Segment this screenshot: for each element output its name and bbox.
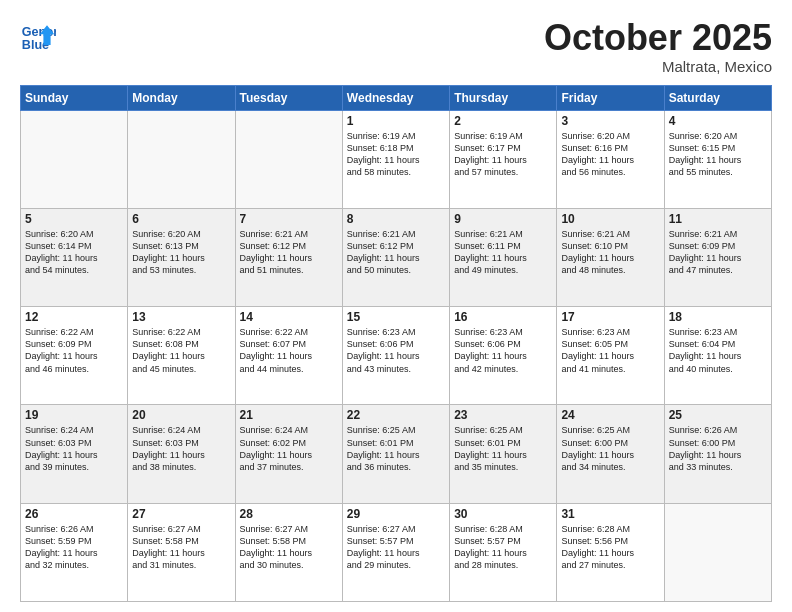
cell-info: Sunrise: 6:19 AM Sunset: 6:18 PM Dayligh… [347, 130, 445, 179]
cell-info: Sunrise: 6:20 AM Sunset: 6:14 PM Dayligh… [25, 228, 123, 277]
calendar-cell: 27Sunrise: 6:27 AM Sunset: 5:58 PM Dayli… [128, 503, 235, 601]
weekday-header: Sunday [21, 85, 128, 110]
cell-info: Sunrise: 6:20 AM Sunset: 6:13 PM Dayligh… [132, 228, 230, 277]
calendar-cell: 24Sunrise: 6:25 AM Sunset: 6:00 PM Dayli… [557, 405, 664, 503]
cell-info: Sunrise: 6:27 AM Sunset: 5:58 PM Dayligh… [132, 523, 230, 572]
cell-info: Sunrise: 6:25 AM Sunset: 6:00 PM Dayligh… [561, 424, 659, 473]
cell-info: Sunrise: 6:21 AM Sunset: 6:12 PM Dayligh… [347, 228, 445, 277]
day-number: 15 [347, 310, 445, 324]
calendar-week-row: 12Sunrise: 6:22 AM Sunset: 6:09 PM Dayli… [21, 307, 772, 405]
day-number: 28 [240, 507, 338, 521]
day-number: 18 [669, 310, 767, 324]
day-number: 1 [347, 114, 445, 128]
cell-info: Sunrise: 6:22 AM Sunset: 6:07 PM Dayligh… [240, 326, 338, 375]
day-number: 6 [132, 212, 230, 226]
cell-info: Sunrise: 6:23 AM Sunset: 6:06 PM Dayligh… [347, 326, 445, 375]
cell-info: Sunrise: 6:28 AM Sunset: 5:57 PM Dayligh… [454, 523, 552, 572]
calendar-cell: 10Sunrise: 6:21 AM Sunset: 6:10 PM Dayli… [557, 208, 664, 306]
day-number: 21 [240, 408, 338, 422]
day-number: 14 [240, 310, 338, 324]
calendar-cell: 26Sunrise: 6:26 AM Sunset: 5:59 PM Dayli… [21, 503, 128, 601]
cell-info: Sunrise: 6:26 AM Sunset: 6:00 PM Dayligh… [669, 424, 767, 473]
calendar-cell: 9Sunrise: 6:21 AM Sunset: 6:11 PM Daylig… [450, 208, 557, 306]
day-number: 29 [347, 507, 445, 521]
cell-info: Sunrise: 6:24 AM Sunset: 6:03 PM Dayligh… [132, 424, 230, 473]
day-number: 7 [240, 212, 338, 226]
cell-info: Sunrise: 6:25 AM Sunset: 6:01 PM Dayligh… [454, 424, 552, 473]
location: Maltrata, Mexico [544, 58, 772, 75]
calendar-cell: 23Sunrise: 6:25 AM Sunset: 6:01 PM Dayli… [450, 405, 557, 503]
calendar-cell: 1Sunrise: 6:19 AM Sunset: 6:18 PM Daylig… [342, 110, 449, 208]
calendar-cell: 21Sunrise: 6:24 AM Sunset: 6:02 PM Dayli… [235, 405, 342, 503]
calendar-cell: 20Sunrise: 6:24 AM Sunset: 6:03 PM Dayli… [128, 405, 235, 503]
header: General Blue October 2025 Maltrata, Mexi… [20, 18, 772, 75]
day-number: 5 [25, 212, 123, 226]
cell-info: Sunrise: 6:21 AM Sunset: 6:10 PM Dayligh… [561, 228, 659, 277]
logo-icon: General Blue [20, 18, 56, 54]
cell-info: Sunrise: 6:25 AM Sunset: 6:01 PM Dayligh… [347, 424, 445, 473]
calendar-cell [664, 503, 771, 601]
day-number: 27 [132, 507, 230, 521]
calendar-cell: 8Sunrise: 6:21 AM Sunset: 6:12 PM Daylig… [342, 208, 449, 306]
calendar-cell: 5Sunrise: 6:20 AM Sunset: 6:14 PM Daylig… [21, 208, 128, 306]
day-number: 12 [25, 310, 123, 324]
day-number: 16 [454, 310, 552, 324]
calendar-cell: 4Sunrise: 6:20 AM Sunset: 6:15 PM Daylig… [664, 110, 771, 208]
weekday-header: Tuesday [235, 85, 342, 110]
weekday-header: Wednesday [342, 85, 449, 110]
calendar-cell: 7Sunrise: 6:21 AM Sunset: 6:12 PM Daylig… [235, 208, 342, 306]
cell-info: Sunrise: 6:24 AM Sunset: 6:03 PM Dayligh… [25, 424, 123, 473]
cell-info: Sunrise: 6:19 AM Sunset: 6:17 PM Dayligh… [454, 130, 552, 179]
day-number: 23 [454, 408, 552, 422]
day-number: 17 [561, 310, 659, 324]
day-number: 31 [561, 507, 659, 521]
calendar-week-row: 1Sunrise: 6:19 AM Sunset: 6:18 PM Daylig… [21, 110, 772, 208]
calendar-week-row: 26Sunrise: 6:26 AM Sunset: 5:59 PM Dayli… [21, 503, 772, 601]
day-number: 19 [25, 408, 123, 422]
calendar-week-row: 5Sunrise: 6:20 AM Sunset: 6:14 PM Daylig… [21, 208, 772, 306]
cell-info: Sunrise: 6:21 AM Sunset: 6:09 PM Dayligh… [669, 228, 767, 277]
calendar-cell: 12Sunrise: 6:22 AM Sunset: 6:09 PM Dayli… [21, 307, 128, 405]
calendar-cell: 11Sunrise: 6:21 AM Sunset: 6:09 PM Dayli… [664, 208, 771, 306]
calendar-cell: 25Sunrise: 6:26 AM Sunset: 6:00 PM Dayli… [664, 405, 771, 503]
cell-info: Sunrise: 6:26 AM Sunset: 5:59 PM Dayligh… [25, 523, 123, 572]
weekday-header-row: SundayMondayTuesdayWednesdayThursdayFrid… [21, 85, 772, 110]
cell-info: Sunrise: 6:22 AM Sunset: 6:09 PM Dayligh… [25, 326, 123, 375]
cell-info: Sunrise: 6:21 AM Sunset: 6:12 PM Dayligh… [240, 228, 338, 277]
day-number: 8 [347, 212, 445, 226]
day-number: 20 [132, 408, 230, 422]
calendar-cell: 16Sunrise: 6:23 AM Sunset: 6:06 PM Dayli… [450, 307, 557, 405]
cell-info: Sunrise: 6:27 AM Sunset: 5:57 PM Dayligh… [347, 523, 445, 572]
cell-info: Sunrise: 6:22 AM Sunset: 6:08 PM Dayligh… [132, 326, 230, 375]
weekday-header: Monday [128, 85, 235, 110]
day-number: 3 [561, 114, 659, 128]
cell-info: Sunrise: 6:24 AM Sunset: 6:02 PM Dayligh… [240, 424, 338, 473]
calendar-cell: 28Sunrise: 6:27 AM Sunset: 5:58 PM Dayli… [235, 503, 342, 601]
calendar-cell: 30Sunrise: 6:28 AM Sunset: 5:57 PM Dayli… [450, 503, 557, 601]
calendar-table: SundayMondayTuesdayWednesdayThursdayFrid… [20, 85, 772, 602]
day-number: 22 [347, 408, 445, 422]
calendar-cell: 15Sunrise: 6:23 AM Sunset: 6:06 PM Dayli… [342, 307, 449, 405]
calendar-cell: 14Sunrise: 6:22 AM Sunset: 6:07 PM Dayli… [235, 307, 342, 405]
day-number: 9 [454, 212, 552, 226]
calendar-cell: 13Sunrise: 6:22 AM Sunset: 6:08 PM Dayli… [128, 307, 235, 405]
cell-info: Sunrise: 6:27 AM Sunset: 5:58 PM Dayligh… [240, 523, 338, 572]
weekday-header: Friday [557, 85, 664, 110]
calendar-cell: 22Sunrise: 6:25 AM Sunset: 6:01 PM Dayli… [342, 405, 449, 503]
page: General Blue October 2025 Maltrata, Mexi… [0, 0, 792, 612]
cell-info: Sunrise: 6:20 AM Sunset: 6:16 PM Dayligh… [561, 130, 659, 179]
day-number: 25 [669, 408, 767, 422]
calendar-cell: 17Sunrise: 6:23 AM Sunset: 6:05 PM Dayli… [557, 307, 664, 405]
calendar-cell: 6Sunrise: 6:20 AM Sunset: 6:13 PM Daylig… [128, 208, 235, 306]
cell-info: Sunrise: 6:23 AM Sunset: 6:06 PM Dayligh… [454, 326, 552, 375]
calendar-week-row: 19Sunrise: 6:24 AM Sunset: 6:03 PM Dayli… [21, 405, 772, 503]
day-number: 4 [669, 114, 767, 128]
weekday-header: Thursday [450, 85, 557, 110]
calendar-cell: 2Sunrise: 6:19 AM Sunset: 6:17 PM Daylig… [450, 110, 557, 208]
logo: General Blue [20, 18, 56, 54]
cell-info: Sunrise: 6:23 AM Sunset: 6:04 PM Dayligh… [669, 326, 767, 375]
day-number: 24 [561, 408, 659, 422]
day-number: 10 [561, 212, 659, 226]
day-number: 13 [132, 310, 230, 324]
calendar-cell [128, 110, 235, 208]
